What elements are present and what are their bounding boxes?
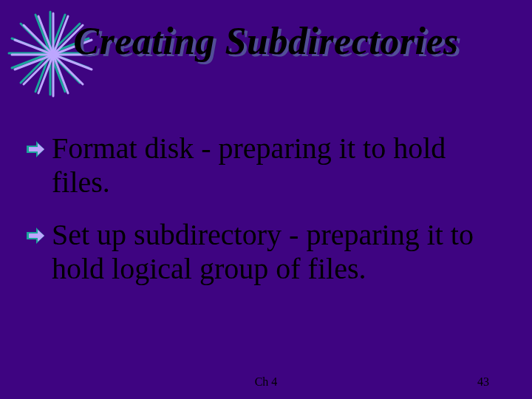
bullet-text: Set up subdirectory - preparing it to ho…	[52, 218, 511, 287]
bullet-item: Set up subdirectory - preparing it to ho…	[25, 218, 511, 287]
slide-body: Format disk - preparing it to hold files…	[25, 132, 511, 304]
arrow-right-icon	[25, 139, 46, 160]
arrow-right-icon	[25, 225, 46, 246]
slide-title: Creating Subdirectories	[0, 19, 532, 63]
slide: Creating Subdirectories Format disk - pr…	[0, 0, 532, 399]
bullet-item: Format disk - preparing it to hold files…	[25, 132, 511, 200]
footer-page-number: 43	[477, 375, 489, 389]
bullet-text: Format disk - preparing it to hold files…	[52, 132, 511, 200]
footer-chapter: Ch 4	[0, 375, 532, 389]
